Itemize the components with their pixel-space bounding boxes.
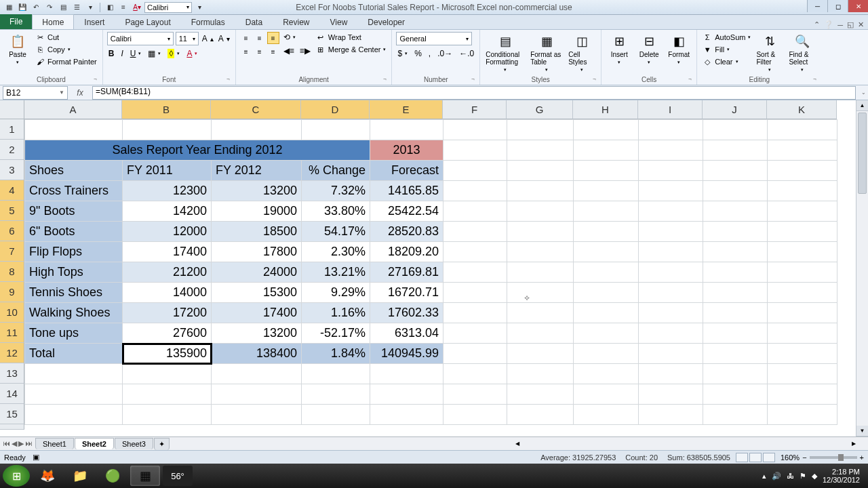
cell[interactable]: [574, 262, 639, 283]
cell[interactable]: [370, 384, 443, 405]
cell[interactable]: [212, 364, 302, 384]
undo-icon[interactable]: ↶: [30, 2, 42, 13]
scroll-thumb[interactable]: [858, 113, 867, 194]
cell[interactable]: 12300: [123, 181, 212, 201]
page-break-view-button[interactable]: [763, 453, 775, 462]
font-color-button[interactable]: A▾: [185, 48, 199, 59]
cell[interactable]: [639, 405, 703, 425]
qat-icon[interactable]: ▤: [57, 2, 69, 13]
qat-icon[interactable]: ☰: [71, 2, 83, 13]
cell[interactable]: [574, 344, 639, 364]
cell-styles-button[interactable]: ◫Cell Styles▾: [567, 32, 597, 74]
cell[interactable]: [25, 405, 123, 425]
close-button[interactable]: ✕: [848, 0, 868, 12]
cell[interactable]: [768, 283, 837, 303]
underline-button[interactable]: U▾: [129, 48, 143, 59]
cell[interactable]: [703, 323, 768, 344]
cell[interactable]: -52.17%: [302, 323, 370, 344]
cell[interactable]: [123, 384, 212, 405]
cell[interactable]: [443, 262, 507, 283]
sheet-tab[interactable]: Sheet1: [35, 438, 74, 449]
copy-button[interactable]: ⎘Copy▾: [34, 44, 98, 55]
cell[interactable]: [703, 283, 768, 303]
cell[interactable]: [703, 140, 768, 161]
cell[interactable]: Tennis Shoes: [25, 283, 123, 303]
row-header[interactable]: 15: [0, 404, 24, 424]
column-header[interactable]: H: [573, 100, 638, 119]
row-header[interactable]: 13: [0, 363, 24, 384]
cell[interactable]: [768, 405, 837, 425]
column-header[interactable]: G: [507, 100, 573, 119]
cell[interactable]: Flip Flops: [25, 242, 123, 262]
fill-color-button[interactable]: ◊▾: [166, 48, 181, 59]
cell[interactable]: [443, 283, 507, 303]
row-header[interactable]: 1: [0, 119, 24, 140]
cell[interactable]: 18500: [212, 222, 302, 242]
cell[interactable]: Cross Trainers: [25, 181, 123, 201]
comma-button[interactable]: ,: [427, 48, 432, 59]
decrease-indent-button[interactable]: ◀≡: [282, 45, 296, 56]
cell[interactable]: [443, 384, 507, 405]
cell[interactable]: [507, 344, 574, 364]
font-color-icon[interactable]: A▾: [131, 2, 143, 13]
cell[interactable]: [212, 120, 302, 140]
cell[interactable]: [768, 120, 837, 140]
conditional-formatting-button[interactable]: ▤Conditional Formatting▾: [484, 32, 526, 74]
cell[interactable]: [123, 405, 212, 425]
last-sheet-icon[interactable]: ⏭: [25, 439, 33, 448]
find-select-button[interactable]: 🔍Find & Select▾: [787, 32, 817, 74]
paste-button[interactable]: 📋 Paste▾: [4, 32, 31, 66]
cell[interactable]: [507, 405, 574, 425]
tab-data[interactable]: Data: [235, 14, 273, 29]
sheet-tab[interactable]: Sheet2: [75, 438, 114, 449]
align-center-button[interactable]: ≡: [254, 45, 266, 58]
cell[interactable]: [768, 384, 837, 405]
zoom-out-icon[interactable]: −: [802, 453, 806, 462]
cell[interactable]: [703, 405, 768, 425]
column-header[interactable]: A: [24, 100, 122, 119]
cell[interactable]: [574, 242, 639, 262]
cell[interactable]: [25, 364, 123, 384]
italic-button[interactable]: I: [119, 48, 124, 59]
cell[interactable]: [703, 161, 768, 181]
cell[interactable]: [507, 323, 574, 344]
cell[interactable]: 135900: [123, 344, 212, 364]
cell[interactable]: [507, 140, 574, 161]
cell[interactable]: [574, 323, 639, 344]
cell[interactable]: [507, 201, 574, 222]
number-format-combo[interactable]: General▾: [396, 32, 472, 45]
cell[interactable]: [639, 222, 703, 242]
cell[interactable]: [574, 364, 639, 384]
cell[interactable]: [443, 364, 507, 384]
qat-icon[interactable]: ≡: [117, 2, 130, 13]
cell[interactable]: 19000: [212, 201, 302, 222]
cell[interactable]: [639, 242, 703, 262]
align-top-button[interactable]: ≡: [240, 32, 252, 44]
sort-filter-button[interactable]: ⇅Sort & Filter▾: [755, 32, 785, 74]
cell[interactable]: [574, 201, 639, 222]
qat-icon[interactable]: ▾: [84, 2, 96, 13]
normal-view-button[interactable]: [736, 453, 748, 462]
cell[interactable]: [574, 140, 639, 161]
currency-button[interactable]: $▾: [396, 48, 409, 59]
row-header[interactable]: 9: [0, 282, 24, 302]
app-icon[interactable]: 🟢: [98, 466, 127, 486]
cell[interactable]: Sales Report Year Ending 2012: [25, 140, 370, 161]
clock[interactable]: 2:18 PM 12/30/2012: [823, 468, 860, 484]
cell[interactable]: 17400: [212, 303, 302, 323]
cell[interactable]: High Tops: [25, 262, 123, 283]
cell[interactable]: [703, 222, 768, 242]
cell[interactable]: [443, 181, 507, 201]
cell[interactable]: [768, 262, 837, 283]
bold-button[interactable]: B: [107, 48, 116, 59]
network-icon[interactable]: 🖧: [787, 472, 794, 480]
cell[interactable]: 15300: [212, 283, 302, 303]
cell[interactable]: [123, 120, 212, 140]
column-header[interactable]: J: [703, 100, 767, 119]
row-header[interactable]: 10: [0, 302, 24, 323]
start-button[interactable]: ⊞: [3, 465, 30, 487]
maximize-button[interactable]: ◻: [827, 0, 848, 12]
row-header[interactable]: 8: [0, 262, 24, 282]
cell[interactable]: FY 2011: [123, 161, 212, 181]
cell[interactable]: [507, 384, 574, 405]
